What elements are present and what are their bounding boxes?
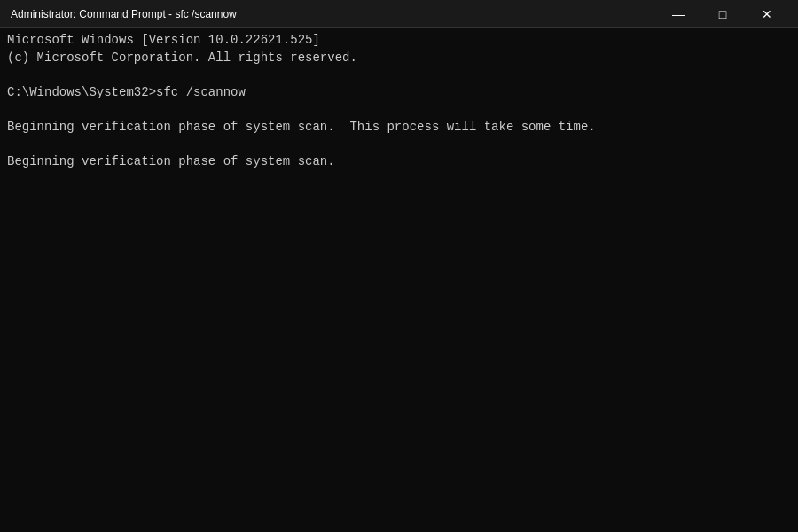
- terminal-line-7: [7, 137, 791, 154]
- title-bar-text: Administrator: Command Prompt - sfc /sca…: [11, 8, 237, 20]
- minimize-button[interactable]: —: [658, 0, 699, 28]
- maximize-button[interactable]: □: [702, 0, 743, 28]
- terminal-line-2: (c) Microsoft Corporation. All rights re…: [7, 50, 791, 67]
- terminal-line-6: Beginning verification phase of system s…: [7, 119, 791, 137]
- terminal-line-8: Beginning verification phase of system s…: [7, 153, 791, 171]
- title-bar-controls: — □ ✕: [658, 0, 787, 28]
- terminal-body[interactable]: Microsoft Windows [Version 10.0.22621.52…: [0, 28, 798, 532]
- cmd-window: Administrator: Command Prompt - sfc /sca…: [0, 0, 798, 532]
- terminal-line-3: [7, 66, 791, 84]
- terminal-line-5: [7, 101, 791, 119]
- close-button[interactable]: ✕: [747, 0, 787, 28]
- terminal-line-1: Microsoft Windows [Version 10.0.22621.52…: [7, 32, 791, 50]
- terminal-line-4: C:\Windows\System32>sfc /scannow: [7, 84, 791, 102]
- title-bar: Administrator: Command Prompt - sfc /sca…: [0, 0, 798, 28]
